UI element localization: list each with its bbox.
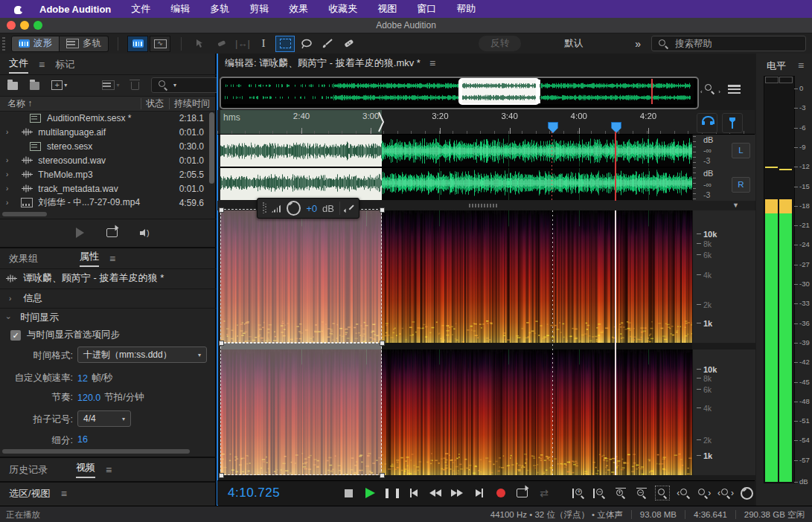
waveform-mode-button[interactable]: 波形 [11, 36, 60, 52]
channel-right-button[interactable]: R [732, 177, 750, 193]
time-format-dropdown[interactable]: 十进制（mm:ss.ddd）▾ [77, 347, 207, 363]
tab-properties[interactable]: 属性 [80, 250, 99, 267]
app-menu[interactable]: Adobe Audition [39, 4, 111, 15]
help-search-box[interactable] [651, 36, 806, 51]
delete-file-button[interactable] [131, 82, 138, 90]
menu-multitrack[interactable]: 多轨 [210, 2, 229, 16]
zoom-sel-in-button[interactable]: ‹ [676, 486, 691, 500]
file-row[interactable]: › multilanguage.aif 0:01.0 [0, 125, 210, 139]
file-row[interactable]: › TheMole.mp3 2:05.5 [0, 167, 210, 181]
timeline-ruler[interactable]: hms 2:403:003:203:404:004:20 [217, 110, 755, 135]
zoom-in-amplitude-button[interactable]: + [571, 486, 586, 500]
tempo-value[interactable]: 120.0 [77, 393, 100, 403]
menu-help[interactable]: 帮助 [456, 2, 476, 16]
tab-history[interactable]: 历史记录 [9, 463, 48, 477]
subdivision-value[interactable]: 16 [77, 434, 88, 445]
spot-healing-brush-tool[interactable] [339, 36, 357, 51]
clip-indicator-left[interactable] [765, 77, 779, 83]
zoom-out-time-button[interactable]: − [633, 486, 649, 500]
expander-icon[interactable]: › [6, 156, 8, 164]
selection-handle[interactable] [219, 207, 224, 213]
list-icon[interactable] [728, 85, 741, 95]
properties-horizontal-scrollbar[interactable] [2, 449, 190, 454]
skip-selection-button[interactable]: ⇄ [537, 486, 552, 500]
file-row[interactable]: stereo.sesx 0:30.0 [0, 139, 210, 153]
tab-markers[interactable]: 标记 [55, 58, 74, 71]
zoom-selection-button[interactable]: ‹› [717, 486, 734, 500]
overview-selection-range[interactable] [458, 78, 540, 105]
paintbrush-selection-tool[interactable] [319, 36, 336, 51]
preview-play-button[interactable] [76, 228, 84, 238]
overview-bar[interactable] [220, 77, 699, 109]
file-row[interactable]: › track_metadata.wav 0:01.0 [0, 181, 210, 196]
framerate-value[interactable]: 12 [77, 373, 88, 384]
selection-handle[interactable] [380, 473, 385, 478]
files-horizontal-scrollbar[interactable] [2, 212, 47, 216]
pin-icon[interactable] [345, 204, 354, 213]
column-name[interactable]: 名称 ↑ [7, 97, 32, 110]
file-row[interactable]: › stereosound.wav 0:01.0 [0, 153, 210, 167]
file-row[interactable]: › 刘德华 - 中...7-27-09.mp4 4:59.6 [0, 196, 210, 210]
menu-view[interactable]: 视图 [377, 2, 397, 16]
monitor-headphones-button[interactable] [697, 113, 717, 133]
collapse-triangle-icon[interactable]: ▼ [732, 202, 739, 209]
menu-file[interactable]: 文件 [131, 2, 150, 16]
zoom-in-time-button[interactable]: + [613, 486, 628, 500]
marquee-selection-top[interactable] [220, 209, 382, 343]
play-button[interactable] [362, 486, 378, 500]
record-button[interactable] [493, 486, 508, 500]
expander-icon[interactable]: › [6, 199, 8, 207]
zoom-out-amplitude-button[interactable]: − [592, 486, 607, 500]
video-panel-menu-icon[interactable] [106, 464, 112, 476]
gain-hud[interactable]: +0 dB [257, 198, 359, 219]
lasso-selection-tool[interactable] [298, 36, 316, 51]
time-display[interactable]: 4:10.725 [228, 486, 280, 500]
section-time-display[interactable]: ›时间显示 [0, 308, 223, 326]
selection-view-menu-icon[interactable] [61, 488, 67, 500]
zoom-sel-out-button[interactable]: › [697, 486, 712, 500]
tab-video[interactable]: 视频 [76, 461, 95, 478]
rewind-button[interactable] [428, 486, 444, 500]
channel-left-button[interactable]: L [732, 143, 750, 158]
properties-panel-menu-icon[interactable] [109, 253, 115, 265]
batch-export-button[interactable]: ▾ [102, 80, 119, 90]
expander-icon[interactable]: › [6, 184, 8, 193]
skip-to-end-button[interactable] [471, 486, 487, 500]
files-vertical-scrollbar[interactable] [209, 112, 214, 184]
reverse-button[interactable]: 反转 [479, 36, 521, 51]
multitrack-mode-button[interactable]: 多轨 [60, 36, 109, 52]
slip-tool[interactable]: |↔| [234, 36, 252, 51]
loop-playback-button[interactable] [514, 486, 530, 500]
sync-time-checkbox-row[interactable]: ✓ 与时间显示首选项同步 [10, 329, 120, 341]
menu-edit[interactable]: 编辑 [170, 2, 190, 16]
selection-handle[interactable] [380, 341, 385, 346]
workspace-selector[interactable]: 默认 [564, 37, 583, 50]
marquee-selection-tool[interactable] [275, 36, 295, 52]
move-tool[interactable] [192, 36, 210, 51]
help-search-input[interactable] [674, 38, 781, 50]
preview-loop-button[interactable] [106, 228, 118, 237]
zoom-navigate-icon[interactable]: ‹› [703, 83, 719, 100]
selection-handle[interactable] [380, 207, 385, 213]
clip-indicator-right[interactable] [779, 77, 793, 83]
hud-grip[interactable] [263, 202, 266, 214]
editor-panel-menu-icon[interactable] [429, 57, 435, 69]
column-duration[interactable]: 持续时间 [174, 97, 210, 110]
section-info[interactable]: ›信息 [0, 289, 224, 307]
column-status[interactable]: 状态 [146, 97, 164, 110]
menu-window[interactable]: 窗口 [417, 2, 436, 16]
open-file-button[interactable] [7, 82, 18, 90]
file-row[interactable]: AuditionRemix.sesx * 2:18.1 [0, 111, 210, 125]
fast-forward-button[interactable] [450, 486, 465, 500]
expander-icon[interactable]: › [6, 128, 8, 136]
pause-button[interactable] [384, 486, 400, 500]
selection-handle[interactable] [219, 341, 224, 346]
tab-effects-rack[interactable]: 效果组 [9, 252, 38, 265]
skip-to-start-button[interactable] [406, 486, 421, 500]
selection-handle[interactable] [219, 473, 224, 478]
waveform-view-toggle[interactable] [127, 36, 148, 52]
menu-clip[interactable]: 剪辑 [249, 2, 269, 16]
splitter-grip[interactable] [469, 204, 497, 207]
time-selection-tool[interactable]: I [255, 36, 272, 51]
menu-effects[interactable]: 效果 [289, 2, 308, 16]
